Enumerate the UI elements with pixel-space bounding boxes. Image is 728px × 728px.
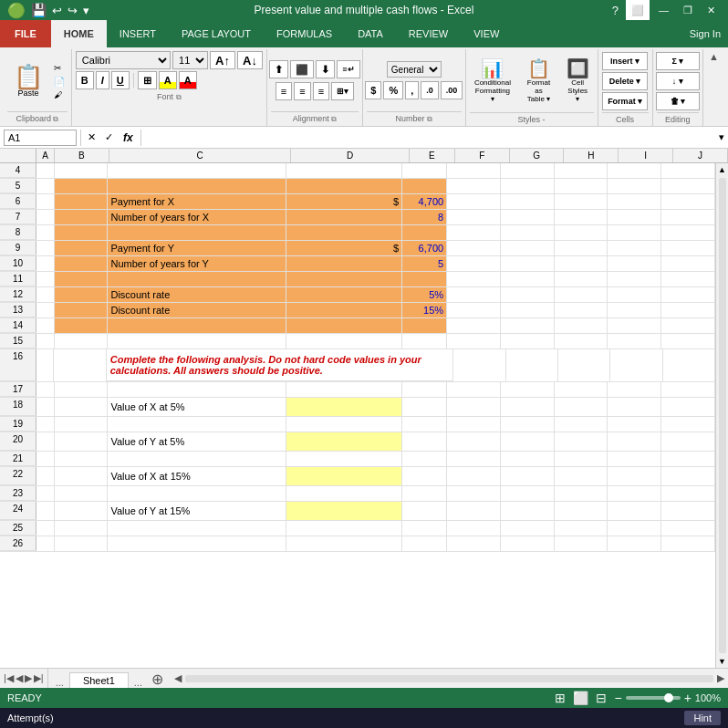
formula-expand-button[interactable]: ▾ <box>719 131 724 143</box>
cell-e6[interactable]: 4,700 <box>402 194 447 209</box>
cell-b20[interactable] <box>55 432 109 451</box>
cell-h19[interactable] <box>555 417 608 432</box>
cell-b16[interactable] <box>54 349 106 381</box>
help-button[interactable]: ? <box>608 4 622 17</box>
cell-d22[interactable] <box>286 467 402 485</box>
clear-button[interactable]: 🗑 ▾ <box>656 92 700 110</box>
row-header-22[interactable]: 22 <box>0 467 36 485</box>
cell-g13[interactable] <box>501 303 555 317</box>
cell-a22[interactable] <box>36 467 55 485</box>
cell-a17[interactable] <box>36 382 55 397</box>
last-sheet-button[interactable]: ▶| <box>34 672 44 684</box>
cell-c23[interactable] <box>108 486 286 501</box>
cell-h26[interactable] <box>555 536 608 551</box>
cell-j6[interactable] <box>661 194 715 209</box>
cell-i21[interactable] <box>608 452 661 466</box>
decrease-font-button[interactable]: A↓ <box>237 51 263 69</box>
merge-cells-button[interactable]: ⊞▾ <box>331 82 354 100</box>
cell-g23[interactable] <box>501 486 555 501</box>
cell-i25[interactable] <box>608 521 661 536</box>
horizontal-scrollbar[interactable]: ◀ ▶ <box>171 669 728 688</box>
cell-i20[interactable] <box>608 432 661 451</box>
cell-e17[interactable] <box>402 382 447 397</box>
cell-a6[interactable] <box>36 194 55 209</box>
cell-g7[interactable] <box>501 210 555 224</box>
decrease-decimal-button[interactable]: .0 <box>421 81 439 99</box>
autosum-button[interactable]: Σ ▾ <box>656 52 700 70</box>
cell-j25[interactable] <box>661 521 715 536</box>
cell-d18[interactable] <box>286 398 402 416</box>
cell-g6[interactable] <box>501 194 555 209</box>
align-right-button[interactable]: ≡ <box>313 82 329 100</box>
underline-button[interactable]: U <box>111 71 130 89</box>
row-header-16[interactable]: 16 <box>0 349 36 381</box>
cell-b19[interactable] <box>55 417 109 432</box>
cell-d5[interactable] <box>286 179 402 193</box>
number-format-select[interactable]: General <box>387 61 442 78</box>
cell-d13[interactable] <box>286 303 402 317</box>
more-sheets-right-button[interactable]: ... <box>130 677 146 688</box>
cell-i6[interactable] <box>608 194 661 209</box>
fill-color-button[interactable]: A <box>159 71 177 89</box>
cell-b9[interactable] <box>55 241 109 255</box>
copy-button[interactable]: 📄 <box>51 76 68 88</box>
cell-e25[interactable] <box>402 521 447 536</box>
row-header-17[interactable]: 17 <box>0 382 36 397</box>
align-top-button[interactable]: ⬆ <box>269 60 288 78</box>
cell-e18[interactable] <box>402 398 447 416</box>
cell-c13[interactable]: Discount rate <box>108 303 286 317</box>
row-header-21[interactable]: 21 <box>0 452 36 466</box>
bold-button[interactable]: B <box>76 71 94 89</box>
cell-g18[interactable] <box>501 398 555 416</box>
row-header-23[interactable]: 23 <box>0 486 36 501</box>
cell-a8[interactable] <box>36 225 55 240</box>
col-header-b[interactable]: B <box>55 149 109 162</box>
cell-h14[interactable] <box>555 318 608 333</box>
cell-f14[interactable] <box>447 318 501 333</box>
cell-h16[interactable] <box>558 349 610 381</box>
cell-a15[interactable] <box>36 334 55 348</box>
cell-f18[interactable] <box>447 398 501 416</box>
minimize-button[interactable]: — <box>653 5 674 16</box>
view-page-layout-button[interactable]: ⬜ <box>573 691 588 705</box>
cell-h11[interactable] <box>555 272 608 286</box>
cell-g19[interactable] <box>501 417 555 432</box>
cell-d26[interactable] <box>286 536 402 551</box>
cell-b14[interactable] <box>55 318 109 333</box>
cell-e11[interactable] <box>402 272 447 286</box>
percent-button[interactable]: % <box>383 81 403 99</box>
row-header-15[interactable]: 15 <box>0 334 36 348</box>
cell-j11[interactable] <box>661 272 715 286</box>
cell-b17[interactable] <box>55 382 109 397</box>
scroll-down-button[interactable]: ▼ <box>716 655 728 668</box>
cell-f7[interactable] <box>447 210 501 224</box>
cell-j5[interactable] <box>661 179 715 193</box>
cell-j7[interactable] <box>661 210 715 224</box>
scroll-up-button[interactable]: ▲ <box>716 163 728 176</box>
col-header-a[interactable]: A <box>36 149 55 162</box>
cell-h25[interactable] <box>555 521 608 536</box>
cell-g9[interactable] <box>501 241 555 255</box>
cell-i16[interactable] <box>610 349 662 381</box>
maximize-button[interactable]: ❐ <box>678 5 698 16</box>
tab-data[interactable]: DATA <box>345 20 396 47</box>
col-header-g[interactable]: G <box>510 149 565 162</box>
cell-d7[interactable] <box>286 210 402 224</box>
hint-button[interactable]: Hint <box>684 711 721 725</box>
cell-i23[interactable] <box>608 486 661 501</box>
row-header-20[interactable]: 20 <box>0 432 36 451</box>
cell-i14[interactable] <box>608 318 661 333</box>
delete-cells-button[interactable]: Delete ▾ <box>602 72 648 90</box>
cell-f16[interactable] <box>453 349 505 381</box>
cell-h21[interactable] <box>555 452 608 466</box>
cell-g24[interactable] <box>501 502 555 520</box>
cell-d24[interactable] <box>286 502 402 520</box>
cell-a5[interactable] <box>36 179 55 193</box>
currency-button[interactable]: $ <box>365 81 381 99</box>
cell-i12[interactable] <box>608 287 661 302</box>
cell-j21[interactable] <box>661 452 715 466</box>
cell-i15[interactable] <box>608 334 661 348</box>
tab-page-layout[interactable]: PAGE LAYOUT <box>169 20 264 47</box>
cell-g20[interactable] <box>501 432 555 451</box>
cell-c22[interactable]: Value of X at 15% <box>108 467 286 485</box>
